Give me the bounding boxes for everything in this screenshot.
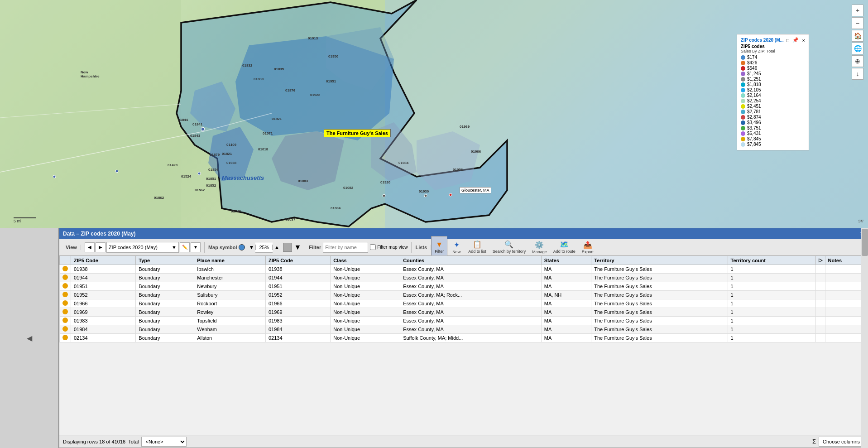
search-by-territory-btn[interactable]: 🔍 Search by territory — [490, 236, 529, 259]
scroll-thumb[interactable] — [862, 229, 868, 256]
row-indicator-cell — [60, 334, 71, 342]
legend-dot — [741, 61, 745, 65]
data-table-container[interactable]: ZIP5 Code Type Place name ZIP5 Code Clas… — [59, 255, 868, 435]
legend-title: ZIP codes 2020 (M... — [741, 38, 784, 43]
cell-type: Boundary — [136, 334, 194, 342]
col-states[interactable]: States — [541, 256, 591, 265]
map-symbol-label: Map symbol — [208, 245, 237, 250]
row-indicator-dot — [62, 326, 68, 332]
col-zip5-code2[interactable]: ZIP5 Code — [266, 256, 331, 265]
filter-map-view-checkbox[interactable] — [370, 244, 376, 250]
view-back-btn[interactable]: ◀ — [85, 242, 95, 252]
legend-value: $426 — [747, 60, 757, 65]
filter-input[interactable] — [323, 242, 368, 253]
map-symbol-icon[interactable] — [239, 244, 245, 250]
table-body: 01938 Boundary Ipswich 01938 Non-Unique … — [60, 265, 868, 342]
cell-place: Rowley — [194, 308, 266, 317]
filter-btn[interactable]: ▼ Filter — [431, 236, 447, 259]
legend-item: $426 — [741, 60, 805, 65]
symbol-chevron-btn[interactable]: ▼ — [294, 243, 301, 251]
cell-type: Boundary — [136, 291, 194, 299]
col-counties[interactable]: Counties — [400, 256, 542, 265]
manage-btn[interactable]: ⚙️ Manage — [529, 236, 550, 259]
add-to-list-icon: 📋 — [473, 240, 482, 249]
table-row[interactable]: 01944 Boundary Manchester 01944 Non-Uniq… — [60, 274, 868, 282]
zoom-up-btn[interactable]: ▲ — [273, 242, 281, 253]
cell-class: Non-Unique — [331, 291, 400, 299]
map-arrow-btn[interactable]: ↓ — [852, 68, 863, 80]
cell-states: MA — [541, 265, 591, 274]
cell-states: MA, NH — [541, 291, 591, 299]
legend-value: $1,251 — [747, 77, 761, 82]
col-place-name[interactable]: Place name — [194, 256, 266, 265]
legend-collapse-icon[interactable]: □ — [786, 38, 789, 43]
col-territory-count[interactable]: Territory count — [728, 256, 815, 265]
cell-place: Allston — [194, 334, 266, 342]
col-territory[interactable]: Territory — [591, 256, 728, 265]
sigma-icon[interactable]: Σ — [812, 438, 816, 445]
cell-class: Non-Unique — [331, 274, 400, 282]
symbol-style-btn[interactable] — [283, 243, 292, 252]
cell-zip5-2: 01984 — [266, 325, 331, 334]
table-row[interactable]: 01938 Boundary Ipswich 01938 Non-Unique … — [60, 265, 868, 274]
map-globe-btn[interactable]: 🌐 — [852, 43, 863, 54]
collapse-arrow-icon[interactable]: ◀ — [27, 334, 32, 342]
cell-counties: Essex County, MA — [400, 317, 542, 325]
total-dropdown[interactable]: <None> — [141, 437, 187, 447]
legend-value: $2,781 — [747, 109, 761, 114]
cell-zip5-2: 01983 — [266, 317, 331, 325]
col-class[interactable]: Class — [331, 256, 400, 265]
map-container[interactable]: The Furniture Guy's Sales Gloucester, MA… — [0, 0, 868, 228]
add-to-list-btn[interactable]: 📋 Add to list — [465, 236, 489, 259]
legend-value: $174 — [747, 55, 757, 60]
legend-value: $2,874 — [747, 115, 761, 120]
lists-section: Lists — [412, 245, 431, 250]
legend-items: $174$426$546$1,245$1,251$1,818$2,105$2,1… — [741, 55, 805, 147]
view-dropdown[interactable]: ZIP codes 2020 (May) ▼ — [106, 242, 179, 253]
view-chevron-down-btn[interactable]: ▼ — [191, 242, 201, 252]
legend-pin-icon[interactable]: 📌 — [792, 37, 799, 43]
add-to-route-btn[interactable]: 🗺️ Add to route — [551, 236, 578, 259]
legend-dot — [741, 99, 745, 103]
cell-count: 1 — [728, 308, 815, 317]
cell-zip5: 01944 — [71, 274, 136, 282]
view-forward-btn[interactable]: ▶ — [96, 242, 106, 252]
legend-value: $2,164 — [747, 93, 761, 98]
row-indicator-cell — [60, 265, 71, 274]
filter-label: Filter — [309, 245, 321, 250]
zoom-down-btn[interactable]: ▼ — [247, 242, 255, 253]
table-row[interactable]: 01984 Boundary Wenham 01984 Non-Unique E… — [60, 325, 868, 334]
col-type[interactable]: Type — [136, 256, 194, 265]
tool-buttons: ▼ Filter ✦ New 📋 Add to list 🔍 Search by… — [431, 236, 596, 259]
cell-territory: The Furniture Guy's Sales — [591, 317, 728, 325]
table-row[interactable]: 01966 Boundary Rockport 01966 Non-Unique… — [60, 299, 868, 308]
zoom-out-btn[interactable]: − — [852, 17, 863, 29]
row-indicator-cell — [60, 299, 71, 308]
table-row[interactable]: 01952 Boundary Salisbury 01952 Non-Uniqu… — [60, 291, 868, 299]
legend-dot — [741, 77, 745, 82]
cell-count: 1 — [728, 299, 815, 308]
table-row[interactable]: 01969 Boundary Rowley 01969 Non-Unique E… — [60, 308, 868, 317]
table-row[interactable]: 01951 Boundary Newbury 01951 Non-Unique … — [60, 282, 868, 291]
export-btn[interactable]: 📤 Export — [579, 236, 596, 259]
zoom-in-btn[interactable]: + — [852, 5, 863, 16]
legend-dot — [741, 110, 745, 114]
legend-close-icon[interactable]: × — [802, 38, 805, 43]
map-home-btn[interactable]: 🏠 — [852, 30, 863, 42]
cell-states: MA — [541, 317, 591, 325]
status-bar: Displaying rows 18 of 41016 Total <None>… — [59, 435, 868, 448]
right-scrollbar[interactable] — [861, 228, 868, 448]
map-symbol-section: Map symbol ▼ 25% ▲ ▼ — [205, 242, 305, 253]
view-edit-btn[interactable]: ✏️ — [180, 242, 190, 252]
col-zip5-code[interactable]: ZIP5 Code — [71, 256, 136, 265]
table-row[interactable]: 02134 Boundary Allston 02134 Non-Unique … — [60, 334, 868, 342]
total-label: Total — [128, 439, 139, 444]
lists-label: Lists — [415, 245, 427, 250]
choose-columns-label: Choose columns — [823, 439, 860, 444]
table-row[interactable]: 01983 Boundary Topsfield 01983 Non-Uniqu… — [60, 317, 868, 325]
export-icon: 📤 — [583, 241, 592, 249]
new-btn[interactable]: ✦ New — [448, 236, 465, 259]
map-zoom-extent-btn[interactable]: ⊕ — [852, 55, 863, 67]
manage-icon: ⚙️ — [535, 241, 544, 249]
choose-columns-btn[interactable]: Choose columns — [819, 437, 864, 447]
